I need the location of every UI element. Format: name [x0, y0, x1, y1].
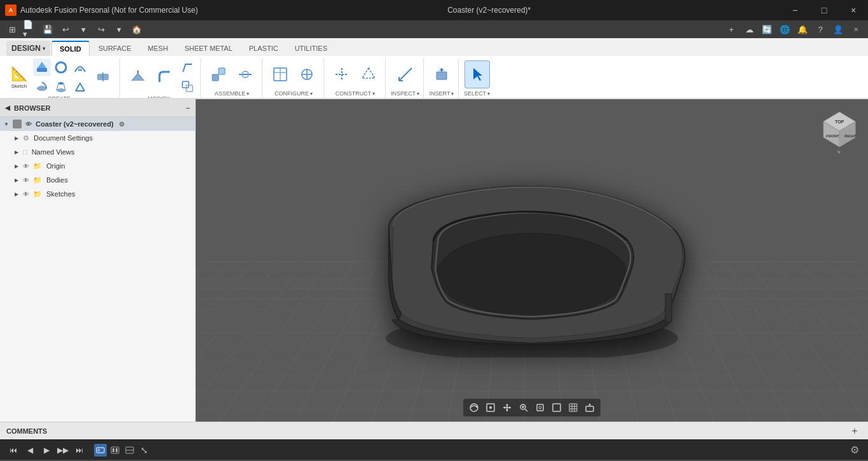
loft-button[interactable]	[52, 78, 70, 95]
construct-btn1[interactable]	[329, 60, 355, 88]
viewport[interactable]: TOP FRONT RIGHT N	[196, 99, 868, 422]
browser-item-bodies[interactable]: ▶ 👁 📁 Bodies	[0, 173, 195, 187]
timeline-view3-btn[interactable]	[123, 444, 136, 457]
revolve-button[interactable]	[33, 78, 51, 95]
insert-buttons	[429, 58, 454, 90]
press-pull-button[interactable]	[125, 63, 151, 91]
sync-button[interactable]: 🔄	[760, 22, 774, 36]
extrude-button[interactable]	[33, 58, 51, 76]
redo-dropdown[interactable]: ▾	[112, 22, 126, 36]
insert-btn1[interactable]	[429, 60, 454, 88]
origin-expand[interactable]: ▶	[13, 162, 20, 170]
browser-item-root[interactable]: ▼ 👁 Coaster (v2~recovered) ⚙	[0, 117, 195, 131]
assemble-btn[interactable]	[206, 60, 231, 88]
look-at-button[interactable]	[484, 401, 498, 415]
tab-sheet-metal[interactable]: SHEET METAL	[177, 41, 240, 56]
bodies-vis-icon[interactable]: 👁	[23, 177, 29, 184]
pan-button[interactable]	[500, 401, 514, 415]
save-button[interactable]: 💾	[41, 22, 55, 36]
browser-collapse-arrow[interactable]: ◀	[5, 104, 10, 111]
comments-left: COMMENTS	[6, 427, 47, 435]
construct-btn2[interactable]	[356, 60, 381, 88]
tab-surface[interactable]: SURFACE	[91, 41, 139, 56]
zoom-fit-button[interactable]	[533, 401, 547, 415]
inspect-label[interactable]: INSPECT ▾	[391, 90, 419, 98]
help-button[interactable]: ?	[813, 22, 827, 36]
timeline-view2-btn[interactable]	[109, 444, 121, 457]
grid-button[interactable]	[566, 401, 580, 415]
joint-button[interactable]	[233, 60, 258, 88]
go-first-button[interactable]: ⏮	[6, 443, 20, 457]
construct-label[interactable]: CONSTRUCT ▾	[336, 90, 376, 98]
browser-item-sketches[interactable]: ▶ 👁 📁 Sketches	[0, 187, 195, 201]
cloud-button[interactable]: ☁	[742, 22, 756, 36]
close-tab-button[interactable]: ✕	[849, 22, 863, 36]
home-button[interactable]: 🏠	[130, 22, 144, 36]
root-settings[interactable]: ⚙	[119, 121, 125, 128]
globe-button[interactable]: 🌐	[778, 22, 792, 36]
views-expand[interactable]: ▶	[13, 148, 20, 156]
display-mode-button[interactable]	[550, 401, 564, 415]
browser-item-named-views[interactable]: ▶ □ Named Views	[0, 145, 195, 159]
undo-button[interactable]: ↩	[58, 22, 72, 36]
rib-button[interactable]	[71, 78, 89, 95]
view-cube[interactable]: TOP FRONT RIGHT N	[817, 106, 862, 150]
undo-dropdown[interactable]: ▾	[76, 22, 90, 36]
play-back-button[interactable]: ◀	[23, 443, 37, 457]
orbit-button[interactable]	[467, 401, 481, 415]
play-forward-button[interactable]: ▶▶	[56, 443, 70, 457]
configure2-btn[interactable]	[294, 60, 320, 88]
root-expand-arrow[interactable]: ▼	[3, 120, 10, 128]
close-button[interactable]: ×	[839, 0, 868, 20]
configure-label[interactable]: CONFIGURE ▾	[275, 90, 313, 98]
grid-menu-button[interactable]: ⊞	[5, 22, 19, 36]
tab-solid[interactable]: SOLID	[51, 41, 90, 56]
go-last-button[interactable]: ⏭	[72, 443, 86, 457]
doc-expand[interactable]: ▶	[13, 134, 20, 142]
browser-item-doc-settings[interactable]: ▶ ⚙ Document Settings	[0, 131, 195, 145]
root-item-eye[interactable]: 👁	[25, 121, 32, 128]
tab-mesh[interactable]: MESH	[140, 41, 176, 56]
tab-plastic[interactable]: PLASTIC	[241, 41, 286, 56]
origin-vis-icon[interactable]: 👁	[23, 163, 29, 170]
play-button[interactable]: ▶	[39, 443, 53, 457]
file-menu-button[interactable]: 📄▾	[23, 22, 37, 36]
more-display-button[interactable]	[583, 401, 597, 415]
browser-minus-button[interactable]: −	[186, 104, 190, 112]
select-label[interactable]: SELECT ▾	[464, 90, 490, 98]
tab-utilities[interactable]: UTILITIES	[287, 41, 335, 56]
design-menu[interactable]: DESIGN ▾	[6, 41, 50, 56]
notifications-button[interactable]: 🔔	[796, 22, 810, 36]
shell-button[interactable]	[52, 58, 70, 76]
insert-label[interactable]: INSERT ▾	[430, 90, 454, 98]
user-button[interactable]: 👤	[831, 22, 845, 36]
zoom-in-button[interactable]	[517, 401, 531, 415]
ribbon-group-insert: INSERT ▾	[425, 58, 459, 98]
bodies-expand[interactable]: ▶	[13, 176, 20, 184]
sketches-expand[interactable]: ▶	[13, 190, 20, 198]
sketch-icon: 📐	[11, 65, 28, 82]
parameter-table-btn[interactable]	[268, 60, 293, 88]
move-btn[interactable]: ⤡	[138, 444, 151, 457]
more-create-button[interactable]	[90, 63, 116, 91]
sketches-vis-icon[interactable]: 👁	[23, 191, 29, 198]
maximize-button[interactable]: □	[810, 0, 839, 20]
browser-item-origin[interactable]: ▶ 👁 📁 Origin	[0, 159, 195, 173]
fillet-button[interactable]	[152, 63, 177, 91]
timeline-marker-btn[interactable]	[94, 444, 107, 457]
new-design-button[interactable]: +	[724, 22, 738, 36]
sweep-button[interactable]	[71, 58, 89, 76]
bottom-toolbar: ⏮ ◀ ▶ ▶▶ ⏭ ⤡ ⚙	[0, 439, 868, 460]
chamfer-button[interactable]	[179, 58, 196, 76]
settings-button[interactable]: ⚙	[848, 443, 862, 457]
select-btn[interactable]	[465, 60, 490, 88]
add-comment-button[interactable]: +	[848, 424, 862, 438]
assemble-label[interactable]: ASSEMBLE ▾	[215, 90, 250, 98]
create-sketch-button[interactable]: 📐 Sketch	[6, 63, 32, 91]
svg-marker-35	[473, 68, 482, 81]
combine-button[interactable]	[179, 78, 196, 95]
comments-bar: COMMENTS +	[0, 422, 868, 439]
minimize-button[interactable]: −	[780, 0, 810, 20]
measure-btn[interactable]	[393, 60, 418, 88]
redo-button[interactable]: ↪	[94, 22, 108, 36]
